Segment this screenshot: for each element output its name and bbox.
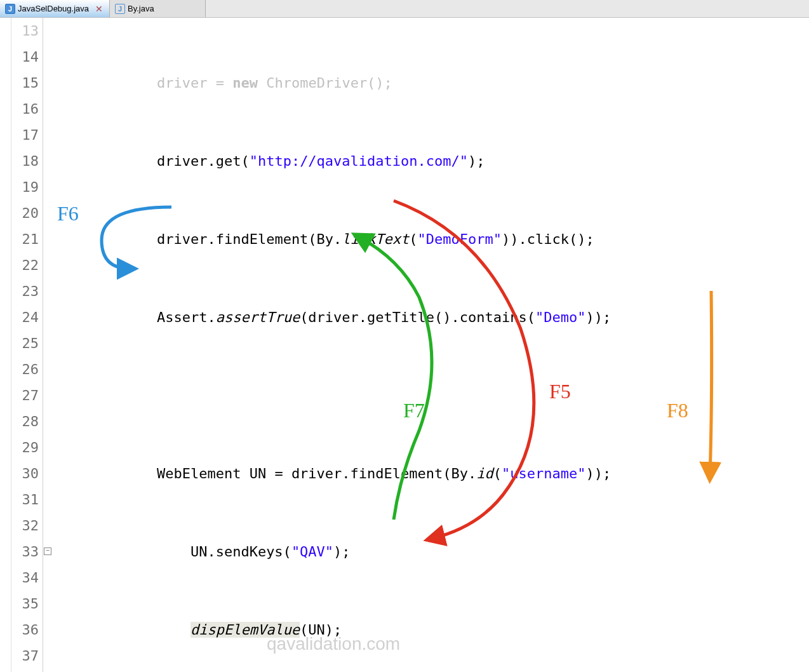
line-number: 31 xyxy=(11,487,39,513)
line-number: 24 xyxy=(11,304,39,330)
code-line: driver = new ChromeDriver(); xyxy=(52,70,809,96)
tab-label: By.java xyxy=(128,4,154,13)
code-area[interactable]: driver = new ChromeDriver(); driver.get(… xyxy=(52,18,809,672)
java-file-icon: J xyxy=(115,4,125,14)
line-number: 27 xyxy=(11,382,39,408)
line-number: 36 xyxy=(11,617,39,643)
marker-gutter xyxy=(0,18,11,672)
tab-javaseldebug[interactable]: J JavaSelDebug.java ✕ xyxy=(0,0,110,17)
line-number: 18 xyxy=(11,148,39,174)
line-number: 32 xyxy=(11,513,39,539)
code-line xyxy=(52,382,809,408)
code-line: driver.get("http://qavalidation.com/"); xyxy=(52,148,809,174)
line-number: 30 xyxy=(11,460,39,487)
line-number: 20 xyxy=(11,200,39,226)
fold-gutter: − xyxy=(43,18,52,672)
line-number: 21 xyxy=(11,226,39,252)
line-number: 29 xyxy=(11,434,39,460)
code-line: Assert.assertTrue(driver.getTitle().cont… xyxy=(52,304,809,330)
close-icon[interactable]: ✕ xyxy=(95,5,103,13)
line-number: 14 xyxy=(11,44,39,70)
code-line: UN.sendKeys("QAV"); xyxy=(52,539,809,565)
line-number: 16 xyxy=(11,96,39,122)
line-number: 26 xyxy=(11,356,39,382)
line-number: 19 xyxy=(11,174,39,200)
line-number: 13 xyxy=(11,18,39,44)
tab-by[interactable]: J By.java xyxy=(110,0,206,17)
line-number: 25 xyxy=(11,330,39,356)
fold-collapse-icon[interactable]: − xyxy=(44,548,51,555)
code-line: driver.findElement(By.linkText("DemoForm… xyxy=(52,226,809,252)
code-line: WebElement UN = driver.findElement(By.id… xyxy=(52,460,809,487)
line-number: 22 xyxy=(11,252,39,278)
line-number: 17 xyxy=(11,122,39,148)
line-number: 15 xyxy=(11,70,39,96)
line-number: 33 xyxy=(11,539,39,565)
line-number: 28 xyxy=(11,408,39,434)
tab-bar: J JavaSelDebug.java ✕ J By.java xyxy=(0,0,809,18)
line-number: 35 xyxy=(11,591,39,617)
java-file-icon: J xyxy=(5,4,15,14)
code-editor[interactable]: 13 14 15 16 17 18 19 20 21 22 23 24 25 2… xyxy=(0,18,809,672)
tab-label: JavaSelDebug.java xyxy=(18,4,89,13)
line-number: 34 xyxy=(11,565,39,591)
code-line: dispElemValue(UN); xyxy=(52,617,809,643)
line-number: 23 xyxy=(11,278,39,304)
line-number: 37 xyxy=(11,643,39,669)
line-number-gutter: 13 14 15 16 17 18 19 20 21 22 23 24 25 2… xyxy=(11,18,43,672)
